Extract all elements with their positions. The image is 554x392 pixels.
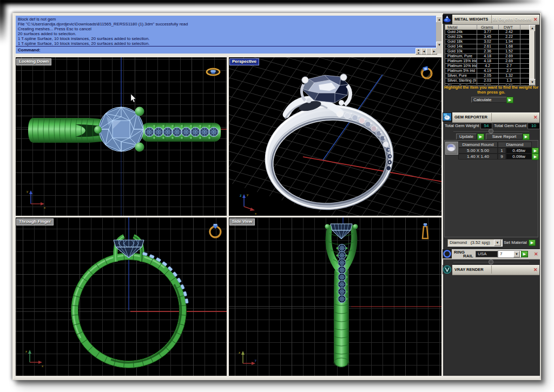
svg-text:x: x xyxy=(44,206,45,209)
svg-text:z: z xyxy=(239,351,240,354)
svg-text:z: z xyxy=(25,350,27,353)
svg-text:y: y xyxy=(255,358,256,362)
svg-text:y: y xyxy=(27,190,28,193)
svg-text:x: x xyxy=(255,212,256,215)
svg-text:x: x xyxy=(42,364,43,368)
svg-text:z: z xyxy=(240,194,242,197)
svg-text:y: y xyxy=(247,193,248,196)
